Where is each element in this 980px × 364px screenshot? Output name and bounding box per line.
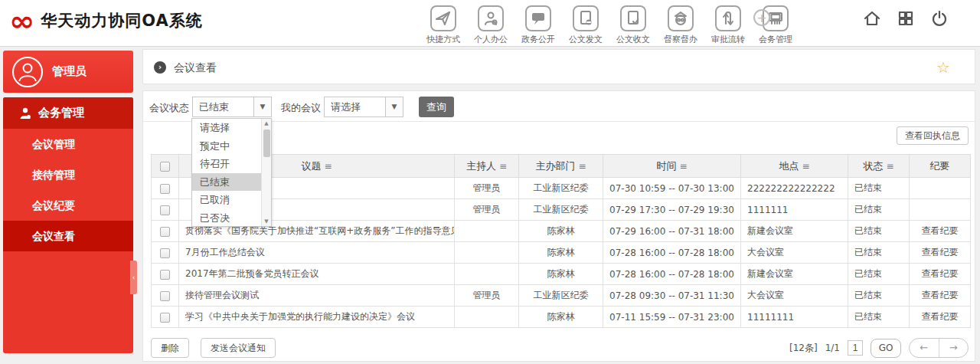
prev-page-icon[interactable]: ← [910, 339, 939, 357]
view-minutes-link[interactable]: 查看纪要 [910, 221, 971, 242]
place-cell: 222222222222222 [741, 178, 848, 199]
row-checkbox[interactable] [160, 227, 170, 237]
column-header[interactable]: 地点≡ [741, 155, 848, 178]
time-cell: 07-30 10:59 -- 07-30 13:00 [603, 178, 741, 199]
select-all-header[interactable] [152, 155, 179, 178]
sort-icon[interactable]: ≡ [578, 161, 586, 172]
dropdown-option[interactable]: 已否决 [192, 209, 261, 228]
sort-icon[interactable]: ≡ [499, 161, 507, 172]
add-shortcut-icon[interactable]: + [753, 9, 770, 26]
status-cell: 已结束 [848, 285, 910, 307]
header-actions [864, 10, 948, 27]
home-icon[interactable] [864, 10, 880, 27]
host-cell: 管理员 [455, 285, 519, 307]
row-select-cell [152, 307, 179, 328]
delete-button[interactable]: 删除 [151, 338, 189, 358]
nav-item-personal-office[interactable]: 个人办公 [467, 5, 514, 45]
nav-item-gov-affairs[interactable]: 政务公开 [514, 5, 562, 45]
column-header[interactable]: 时间≡ [603, 155, 741, 178]
sidebar-item[interactable]: 会议纪要 [3, 190, 133, 221]
row-checkbox[interactable] [160, 291, 170, 301]
power-icon[interactable] [931, 10, 948, 27]
user-card: 管理员 [3, 51, 133, 93]
nav-item-quick-access[interactable]: 快捷方式 [420, 5, 467, 45]
scroll-thumb[interactable] [263, 130, 270, 157]
sort-icon[interactable]: ≡ [802, 161, 809, 172]
page-ratio: 1/1 [825, 343, 840, 353]
dropdown-option[interactable]: 请选择 [192, 119, 261, 137]
chevron-down-icon[interactable]: ▼ [385, 97, 403, 117]
status-cell: 已结束 [848, 221, 910, 242]
page-input[interactable] [848, 340, 863, 356]
scroll-up-icon[interactable]: ▲ [262, 120, 271, 126]
top-header: ∞ 华天动力协同OA系统 快捷方式 个人办公 政务公开 [0, 0, 980, 47]
send-notice-button[interactable]: 发送会议通知 [201, 338, 276, 358]
query-button[interactable]: 查询 [419, 97, 454, 117]
time-cell: 07-11 15:59 -- 07-31 23:00 [603, 307, 741, 328]
favorite-star-icon[interactable]: ☆ [936, 58, 950, 77]
time-cell: 07-28 16:00 -- 07-28 18:00 [603, 264, 741, 285]
sort-icon[interactable]: ≡ [679, 161, 687, 172]
status-filter-select[interactable]: 已结束 ▼ [192, 97, 272, 117]
select-all-checkbox[interactable] [160, 162, 170, 172]
column-header[interactable]: 主持人≡ [455, 155, 519, 178]
place-cell: 新建会议室 [741, 221, 848, 242]
row-checkbox[interactable] [160, 270, 170, 280]
view-minutes-link[interactable]: 查看纪要 [910, 307, 971, 328]
chevron-down-icon[interactable]: ▼ [253, 97, 272, 117]
view-minutes-link[interactable]: 查看纪要 [910, 264, 971, 285]
row-checkbox[interactable] [160, 184, 170, 194]
sidebar-item[interactable]: 接待管理 [3, 159, 133, 190]
row-select-cell [152, 199, 179, 221]
column-header[interactable]: 状态≡ [848, 155, 910, 178]
table-row: 管理员工业新区纪委07-29 17:30 -- 07-29 19:3011111… [152, 199, 971, 221]
row-checkbox[interactable] [160, 313, 170, 323]
row-select-cell [152, 178, 179, 199]
dropdown-option[interactable]: 已取消 [192, 191, 261, 209]
status-cell: 已结束 [848, 307, 910, 328]
sidebar-collapse-handle[interactable]: ‹ [130, 261, 137, 294]
host-cell [455, 221, 519, 242]
status-filter-label: 会议状态 [149, 101, 189, 115]
table-row: 管理员工业新区纪委07-30 10:59 -- 07-30 13:0022222… [152, 178, 971, 199]
view-receipt-button[interactable]: 查看回执信息 [897, 126, 969, 145]
sidebar-item[interactable]: 会议查看 [3, 221, 133, 251]
dept-cell: 陈家林 [519, 242, 603, 264]
page-title: 会议查看 [174, 61, 217, 75]
row-select-cell [152, 285, 179, 307]
column-header[interactable]: 主办部门≡ [519, 155, 603, 178]
nav-item-doc-receive[interactable]: 公文收文 [609, 5, 657, 45]
brand-title: 华天动力协同OA系统 [41, 10, 203, 31]
sort-icon[interactable]: ≡ [886, 161, 893, 172]
host-cell: 管理员 [455, 199, 519, 221]
nav-item-doc-dispatch[interactable]: 公文发文 [562, 5, 609, 45]
table-row: 接待管理会议测试管理员工业新区纪委07-28 09:30 -- 07-31 11… [152, 285, 971, 307]
host-cell: 管理员 [455, 178, 519, 199]
view-minutes-link[interactable]: 查看纪要 [910, 285, 971, 307]
dropdown-scrollbar[interactable]: ▲ ▼ [261, 119, 271, 226]
row-checkbox[interactable] [160, 205, 170, 215]
table-row: 贯彻落实《国务院关于加快推进“互联网+政务服务”工作的指导意见》会议陈家林07-… [152, 221, 971, 242]
sort-icon[interactable]: ≡ [324, 161, 332, 172]
go-button[interactable]: GO [871, 339, 901, 358]
apps-grid-icon[interactable] [897, 10, 914, 27]
my-meeting-value: 请选择 [324, 97, 385, 117]
sidebar-section-meeting-mgmt[interactable]: 会务管理 [3, 97, 133, 129]
dropdown-option[interactable]: 已结束 [192, 173, 261, 192]
dropdown-option[interactable]: 预定中 [192, 137, 261, 156]
view-minutes-link[interactable]: 查看纪要 [910, 242, 971, 264]
nav-item-supervision[interactable]: 督察督办 [657, 5, 704, 45]
sidebar-item[interactable]: 会议管理 [3, 129, 133, 159]
my-meeting-select[interactable]: 请选择 ▼ [324, 97, 403, 117]
dropdown-option[interactable]: 待召开 [192, 155, 261, 173]
scroll-down-icon[interactable]: ▼ [262, 218, 271, 225]
row-select-cell [152, 264, 179, 285]
officer-icon [668, 5, 694, 31]
next-page-icon[interactable]: → [939, 339, 969, 357]
dept-cell: 陈家林 [519, 264, 603, 285]
status-cell: 已结束 [848, 178, 910, 199]
row-checkbox[interactable] [160, 248, 170, 258]
nav-item-approval-flow[interactable]: 审批流转 [704, 5, 752, 45]
status-filter-value: 已结束 [192, 97, 253, 117]
person-badge-icon [18, 107, 32, 120]
